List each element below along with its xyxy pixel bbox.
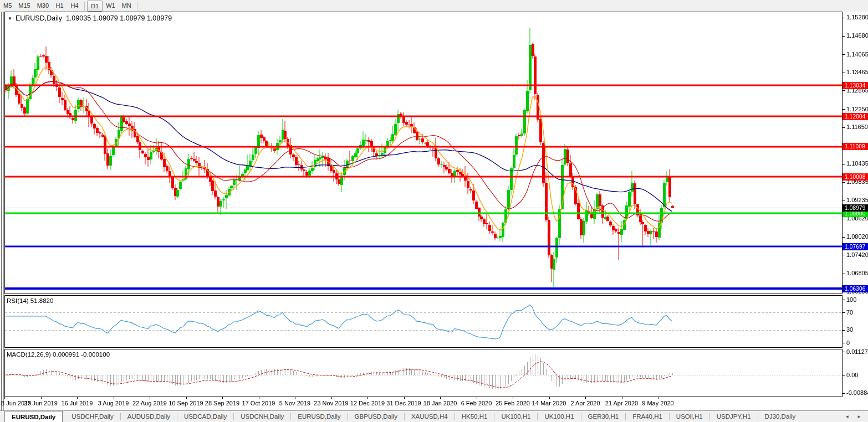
chart-tab-eurusd-daily[interactable]: EURUSD,Daily <box>291 411 347 422</box>
tabs-scroll-left-icon[interactable]: ◄ <box>845 414 849 419</box>
tabs-scroll-right-icon[interactable]: ► <box>857 414 861 419</box>
timeframe-toolbar: M5M15M30H1H4D1W1MN <box>0 0 868 12</box>
chart-tab-ger30-h1[interactable]: GER30,H1 <box>581 411 626 422</box>
chart-tab-fra40-h1[interactable]: FRA40,H1 <box>626 411 669 422</box>
toolbar-separator <box>137 2 137 11</box>
chart-tabs-bar: EURUSD,DailyUSDCHF,DailyAUDUSD,DailyUSDC… <box>0 410 868 422</box>
timeframe-m5[interactable]: M5 <box>0 1 15 11</box>
timeframe-w1[interactable]: W1 <box>103 1 119 11</box>
chart-tab-usdjpy-h1[interactable]: USDJPY,H1 <box>710 411 758 422</box>
trading-app-window: M5M15M30H1H4D1W1MN ▼EURUSD,Daily 1.09035… <box>0 0 868 422</box>
chart-tab-usdcnh-daily[interactable]: USDCNH,Daily <box>234 411 290 422</box>
timeframe-h1[interactable]: H1 <box>52 1 67 11</box>
timeframe-h4[interactable]: H4 <box>67 1 82 11</box>
chart-tab-usdcad-daily[interactable]: USDCAD,Daily <box>177 411 233 422</box>
chart-tab-dj30-daily[interactable]: DJ30,Daily <box>758 411 803 422</box>
chart-tab-usoil-h1[interactable]: USOil,H1 <box>670 411 709 422</box>
chart-tab-eurusd-daily[interactable]: EURUSD,Daily <box>4 411 63 422</box>
timeframe-d1[interactable]: D1 <box>87 1 103 12</box>
chart-tab-uk100-h1[interactable]: UK100,H1 <box>538 411 580 422</box>
chart-tab-xauusd-h4[interactable]: XAUUSD,H4 <box>405 411 455 422</box>
chart-canvas[interactable] <box>0 0 868 422</box>
chart-tab-hk50-h1[interactable]: HK50,H1 <box>455 411 494 422</box>
chart-tab-uk100-h1[interactable]: UK100,H1 <box>494 411 537 422</box>
chart-tab-audusd-daily[interactable]: AUDUSD,Daily <box>121 411 177 422</box>
timeframe-m30[interactable]: M30 <box>34 1 52 11</box>
chart-tab-gbpusd-daily[interactable]: GBPUSD,Daily <box>348 411 404 422</box>
toolbar-separator <box>84 2 85 11</box>
timeframe-mn[interactable]: MN <box>119 1 135 11</box>
timeframe-m15[interactable]: M15 <box>15 1 33 11</box>
chart-tab-usdchf-daily[interactable]: USDCHF,Daily <box>65 411 120 422</box>
